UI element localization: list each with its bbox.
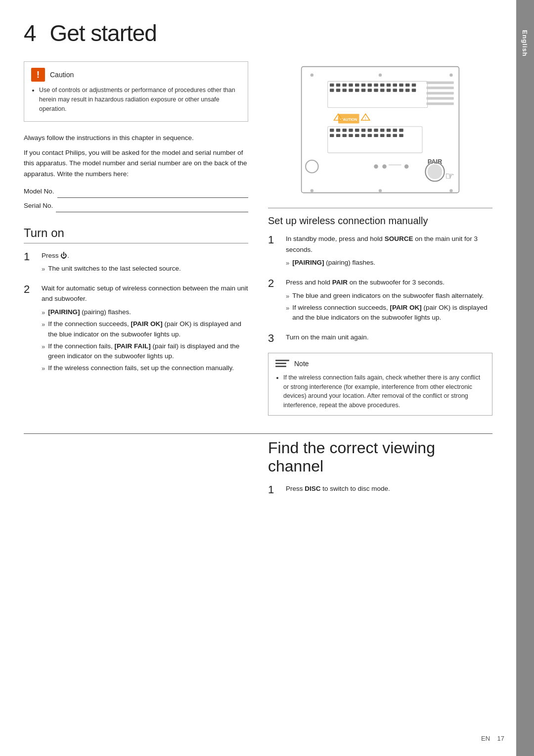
svg-point-72 xyxy=(428,164,443,179)
footer-page: 17 xyxy=(497,735,504,742)
svg-rect-8 xyxy=(349,84,353,87)
svg-rect-16 xyxy=(399,84,403,87)
step-2-sub-3: » If the connection fails, [PAIR FAIL] (… xyxy=(42,341,248,362)
svg-rect-13 xyxy=(380,84,385,87)
step-2-content: Wait for automatic setup of wireless con… xyxy=(42,283,248,376)
svg-rect-17 xyxy=(405,84,410,87)
chevron-icon: » xyxy=(42,342,45,362)
wm-step-2-content: Press and hold PAIR on the subwoofer for… xyxy=(286,277,492,325)
chevron-icon: » xyxy=(42,364,45,374)
svg-rect-56 xyxy=(399,129,403,132)
svg-point-69 xyxy=(306,160,318,173)
model-serial-fields: Model No. Serial No. xyxy=(24,185,248,212)
intro-paragraph-1: Always follow the instructions in this c… xyxy=(24,133,248,143)
chevron-icon: » xyxy=(286,303,289,323)
main-content: 4 Get started ! Caution Use of controls … xyxy=(0,0,516,756)
wm-step-1-sub-1-text: [PAIRING] (pairing) flashes. xyxy=(292,258,375,268)
turn-on-step-1: 1 Press ⏻. » The unit switches to the la… xyxy=(24,250,248,276)
step-2-sublist: » [PAIRING] (pairing) flashes. » If the … xyxy=(42,307,248,374)
svg-rect-66 xyxy=(387,134,391,137)
svg-rect-9 xyxy=(355,84,359,87)
svg-rect-28 xyxy=(387,89,391,92)
wm-step-2: 2 Press and hold PAIR on the subwoofer f… xyxy=(268,277,492,325)
wm-step-1-sublist: » [PAIRING] (pairing) flashes. xyxy=(286,258,492,268)
device-diagram: CAUTION ! ! xyxy=(268,61,492,198)
svg-text:!: ! xyxy=(365,116,366,121)
chapter-title: Get started xyxy=(49,20,157,46)
caution-text: Use of controls or adjustments or perfor… xyxy=(39,86,241,113)
svg-rect-35 xyxy=(427,92,454,94)
find-channel-steps: 1 Press DISC to switch to disc mode. xyxy=(268,483,492,496)
wm-step-2-text: Press and hold PAIR on the subwoofer for… xyxy=(286,279,445,286)
svg-rect-7 xyxy=(343,84,347,87)
svg-rect-20 xyxy=(336,89,341,92)
svg-text:CAUTION: CAUTION xyxy=(340,117,357,122)
svg-rect-62 xyxy=(361,134,366,137)
wireless-manual-heading: Set up wireless connection manually xyxy=(268,215,492,227)
svg-rect-22 xyxy=(349,89,353,92)
caution-icon: ! xyxy=(31,68,45,82)
left-column: ! Caution Use of controls or adjustments… xyxy=(24,61,248,416)
wm-step-3-content: Turn on the main unit again. xyxy=(286,332,492,343)
svg-rect-63 xyxy=(368,134,372,137)
model-field: Model No. xyxy=(24,185,248,198)
wm-step-2-sub-2: » If wireless connection succeeds, [PAIR… xyxy=(286,303,492,323)
right-divider xyxy=(268,208,492,208)
wm-step-1-content: In standby mode, press and hold SOURCE o… xyxy=(286,234,492,270)
bottom-left xyxy=(24,439,248,503)
svg-rect-11 xyxy=(368,84,372,87)
svg-rect-6 xyxy=(336,84,341,87)
svg-rect-19 xyxy=(330,89,334,92)
model-underline xyxy=(57,189,248,198)
turn-on-steps: 1 Press ⏻. » The unit switches to the la… xyxy=(24,250,248,376)
find-channel-step-1-number: 1 xyxy=(268,483,279,496)
svg-rect-46 xyxy=(336,129,341,132)
step-1-number: 1 xyxy=(24,250,35,263)
svg-rect-25 xyxy=(368,89,372,92)
wm-step-2-sub-1: » The blue and green indicators on the s… xyxy=(286,291,492,301)
svg-rect-50 xyxy=(361,129,366,132)
step-2-sub-4-text: If the wireless connection fails, set up… xyxy=(48,363,234,374)
step-1-sub-1-text: The unit switches to the last selected s… xyxy=(48,264,181,274)
svg-text:☞: ☞ xyxy=(445,170,454,182)
model-label: Model No. xyxy=(24,185,54,198)
wm-step-3-text: Turn on the main unit again. xyxy=(286,333,369,341)
serial-label: Serial No. xyxy=(24,199,53,212)
svg-rect-53 xyxy=(380,129,385,132)
caution-header: ! Caution xyxy=(31,68,241,82)
chevron-icon: » xyxy=(42,264,45,274)
svg-point-77 xyxy=(374,164,378,169)
svg-point-3 xyxy=(449,73,452,76)
svg-rect-36 xyxy=(427,97,454,99)
find-channel-step-1-text: Press DISC to switch to disc mode. xyxy=(286,485,390,492)
svg-rect-29 xyxy=(393,89,398,92)
svg-rect-59 xyxy=(343,134,347,137)
step-2-sub-2-text: If the connection succeeds, [PAIR OK] (p… xyxy=(48,319,248,339)
svg-point-1 xyxy=(311,73,313,76)
svg-rect-37 xyxy=(427,102,454,105)
step-2-number: 2 xyxy=(24,283,35,296)
page-container: 4 Get started ! Caution Use of controls … xyxy=(0,0,534,756)
page-footer: EN 17 xyxy=(481,735,504,742)
step-1-sublist: » The unit switches to the last selected… xyxy=(42,264,248,274)
serial-underline xyxy=(56,203,248,212)
note-text: If the wireless connection fails again, … xyxy=(283,373,485,410)
svg-point-2 xyxy=(379,73,382,76)
wm-step-2-number: 2 xyxy=(268,277,279,290)
step-2-text: Wait for automatic setup of wireless con… xyxy=(42,284,248,303)
bottom-right: Find the correct viewing channel 1 Press… xyxy=(268,439,492,503)
chevron-icon: » xyxy=(286,291,289,301)
svg-rect-52 xyxy=(374,129,378,132)
wm-step-2-sub-2-text: If wireless connection succeeds, [PAIR O… xyxy=(292,303,492,323)
find-channel-section: Find the correct viewing channel 1 Press… xyxy=(24,433,492,503)
svg-rect-21 xyxy=(343,89,347,92)
sidebar-language-label: English xyxy=(522,30,529,57)
turn-on-heading: Turn on xyxy=(24,226,248,243)
note-icon xyxy=(275,358,289,369)
footer-lang: EN xyxy=(481,735,490,742)
caution-box: ! Caution Use of controls or adjustments… xyxy=(24,61,248,122)
svg-rect-47 xyxy=(343,129,347,132)
svg-rect-51 xyxy=(368,129,372,132)
caution-body: Use of controls or adjustments or perfor… xyxy=(31,86,241,113)
step-2-sub-1-text: [PAIRING] (pairing) flashes. xyxy=(48,307,131,318)
